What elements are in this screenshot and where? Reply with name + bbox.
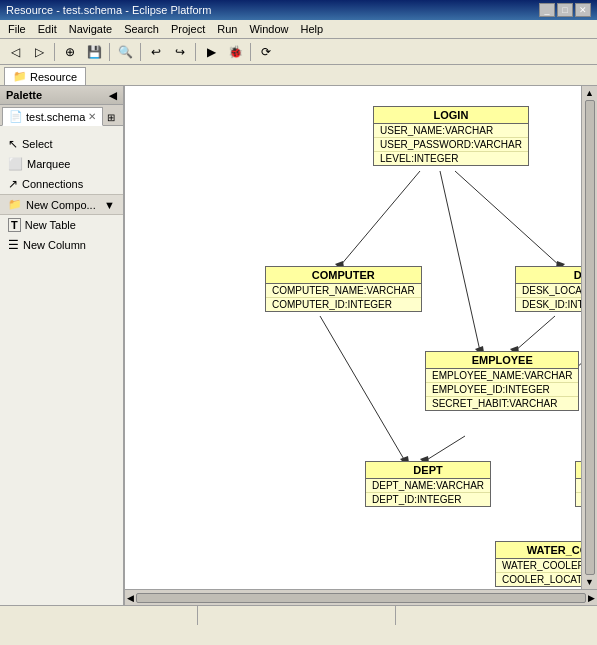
toolbar-back-btn[interactable]: ◁ [4,41,26,63]
connections-icon: ↗ [8,177,18,191]
status-section-3 [400,606,593,625]
svg-line-12 [515,316,555,351]
status-section-1 [4,606,198,625]
toolbar-search-btn[interactable]: 🔍 [114,41,136,63]
toolbar-refresh-btn[interactable]: ⟳ [255,41,277,63]
toolbar-save-btn[interactable]: 💾 [83,41,105,63]
toolbar-undo-btn[interactable]: ↩ [145,41,167,63]
toolbar-redo-btn[interactable]: ↪ [169,41,191,63]
table-computer-field-2: COMPUTER_ID:INTEGER [266,298,421,311]
scroll-thumb-v[interactable] [585,100,595,575]
palette-item-newtable[interactable]: T New Table [0,215,123,235]
newcompo-expand-icon: ▼ [104,199,115,211]
palette-item-connections[interactable]: ↗ Connections [0,174,123,194]
marquee-icon: ⬜ [8,157,23,171]
toolbar-run-btn[interactable]: ▶ [200,41,222,63]
table-computer-header: COMPUTER [266,267,421,284]
editor-tab-restore-btn[interactable]: ⊞ [103,110,119,125]
toolbar: ◁ ▷ ⊕ 💾 🔍 ↩ ↪ ▶ 🐞 ⟳ [0,39,597,65]
table-employee[interactable]: EMPLOYEE EMPLOYEE_NAME:VARCHAR EMPLOYEE_… [425,351,579,411]
table-dept-field-1: DEPT_NAME:VARCHAR [366,479,490,493]
table-city-header: CITY [576,462,581,479]
status-bar [0,605,597,625]
svg-line-8 [425,436,465,461]
menu-project[interactable]: Project [165,21,211,37]
table-employee-header: EMPLOYEE [426,352,578,369]
menu-help[interactable]: Help [295,21,330,37]
toolbar-sep-4 [195,43,196,61]
diagram-wrapper: LOGIN USER_NAME:VARCHAR USER_PASSWORD:VA… [125,86,597,589]
nav-tab-resource[interactable]: 📁 Resource [4,67,86,85]
table-water-coolers[interactable]: WATER_COOLERS WATER_COOLER_ID:INTEGER CO… [495,541,581,587]
palette-item-newcolumn[interactable]: ☰ New Column [0,235,123,255]
editor-tab-close-btn[interactable]: ✕ [88,111,96,122]
newcolumn-icon: ☰ [8,238,19,252]
table-desk-header: DESK [516,267,581,284]
minimize-button[interactable]: _ [539,3,555,17]
menu-edit[interactable]: Edit [32,21,63,37]
window-title: Resource - test.schema - Eclipse Platfor… [6,4,211,16]
scroll-right-btn[interactable]: ▶ [588,593,595,603]
palette-toggle-btn[interactable]: ◀ [109,90,117,101]
menu-search[interactable]: Search [118,21,165,37]
svg-line-2 [455,171,560,266]
maximize-button[interactable]: □ [557,3,573,17]
table-login-field-1: USER_NAME:VARCHAR [374,124,528,138]
diagram-section: LOGIN USER_NAME:VARCHAR USER_PASSWORD:VA… [125,86,597,605]
toolbar-forward-btn[interactable]: ▷ [28,41,50,63]
close-button[interactable]: ✕ [575,3,591,17]
palette-item-select[interactable]: ↖ Select [0,134,123,154]
nav-tabs-bar: 📁 Resource [0,65,597,86]
editor-tab-schema[interactable]: 📄 test.schema ✕ [2,107,103,126]
svg-line-0 [340,171,420,266]
table-dept-field-2: DEPT_ID:INTEGER [366,493,490,506]
table-city[interactable]: CITY NUMBER_OF_EMPLOYE... CITY_NAME:VARC… [575,461,581,507]
table-login[interactable]: LOGIN USER_NAME:VARCHAR USER_PASSWORD:VA… [373,106,529,166]
svg-line-4 [440,171,480,351]
table-computer[interactable]: COMPUTER COMPUTER_NAME:VARCHAR COMPUTER_… [265,266,422,312]
palette-header: Palette ◀ [0,86,123,105]
resource-icon: 📁 [13,70,27,83]
palette-panel: Palette ◀ 📄 test.schema ✕ ⊞ ↖ Select ⬜ M… [0,86,125,605]
title-bar: Resource - test.schema - Eclipse Platfor… [0,0,597,20]
window-controls[interactable]: _ □ ✕ [539,3,591,17]
menu-window[interactable]: Window [243,21,294,37]
table-login-header: LOGIN [374,107,528,124]
menu-file[interactable]: File [2,21,32,37]
newtable-icon: T [8,218,21,232]
scroll-up-btn[interactable]: ▲ [585,88,594,98]
table-desk-field-1: DESK_LOCATION:VARCHAR [516,284,581,298]
menu-run[interactable]: Run [211,21,243,37]
toolbar-sep-1 [54,43,55,61]
table-dept[interactable]: DEPT DEPT_NAME:VARCHAR DEPT_ID:INTEGER [365,461,491,507]
editor-tabs-bar: 📄 test.schema ✕ ⊞ [0,105,123,126]
table-water-coolers-field-2: COOLER_LOCATION:VARCHAR [496,573,581,586]
scroll-left-btn[interactable]: ◀ [127,593,134,603]
diagram-canvas: LOGIN USER_NAME:VARCHAR USER_PASSWORD:VA… [125,86,581,589]
svg-line-6 [320,316,405,461]
toolbar-new-btn[interactable]: ⊕ [59,41,81,63]
table-city-field-2: CITY_NAME:VARCHAR [576,493,581,506]
toolbar-sep-2 [109,43,110,61]
table-employee-field-1: EMPLOYEE_NAME:VARCHAR [426,369,578,383]
palette-item-marquee[interactable]: ⬜ Marquee [0,154,123,174]
schema-file-icon: 📄 [9,110,23,123]
toolbar-sep-5 [250,43,251,61]
palette-section-newcompo[interactable]: 📁 New Compo... ▼ [0,194,123,215]
diagram-area[interactable]: LOGIN USER_NAME:VARCHAR USER_PASSWORD:VA… [125,86,581,589]
palette-title: Palette [6,89,42,101]
table-desk[interactable]: DESK DESK_LOCATION:VARCHAR DESK_ID:INTEG… [515,266,581,312]
menu-navigate[interactable]: Navigate [63,21,118,37]
vertical-scrollbar[interactable]: ▲ ▼ [581,86,597,589]
toolbar-sep-3 [140,43,141,61]
menu-bar: File Edit Navigate Search Project Run Wi… [0,20,597,39]
toolbar-debug-btn[interactable]: 🐞 [224,41,246,63]
main-area: Palette ◀ 📄 test.schema ✕ ⊞ ↖ Select ⬜ M… [0,86,597,605]
scroll-down-btn[interactable]: ▼ [585,577,594,587]
select-icon: ↖ [8,137,18,151]
newcompo-folder-icon: 📁 [8,198,22,211]
table-login-field-3: LEVEL:INTEGER [374,152,528,165]
table-computer-field-1: COMPUTER_NAME:VARCHAR [266,284,421,298]
horizontal-scrollbar[interactable]: ◀ ▶ [125,589,597,605]
scroll-thumb-h[interactable] [136,593,586,603]
